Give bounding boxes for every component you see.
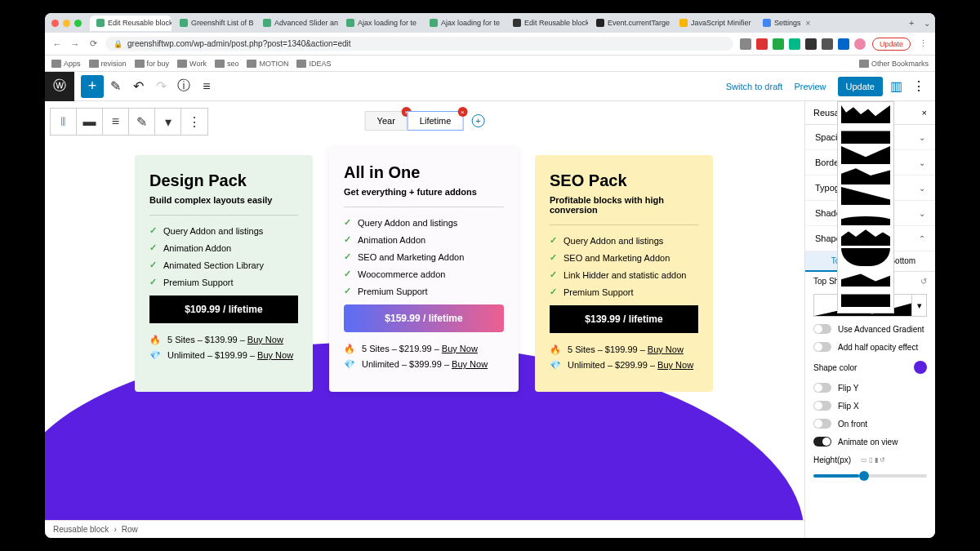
wordpress-logo-icon[interactable]: ⓦ — [45, 72, 74, 101]
responsive-icons[interactable]: ▭ ▯ ▮ ↺ — [861, 456, 885, 464]
info-icon[interactable]: ⓘ — [172, 75, 195, 98]
back-icon[interactable]: ← — [51, 38, 63, 50]
price-button[interactable]: $159.99 / lifetime — [344, 304, 504, 332]
switch-draft-link[interactable]: Switch to draft — [726, 82, 783, 91]
chevron-down-icon[interactable]: ▾ — [911, 295, 926, 316]
shape-option[interactable] — [841, 105, 890, 123]
settings-icon[interactable]: ▥ — [886, 77, 906, 96]
toggle-on-front[interactable] — [813, 419, 831, 429]
ext-icon-2[interactable] — [773, 38, 784, 50]
justify-icon[interactable]: ≡ — [103, 109, 129, 135]
ext-icon-3[interactable] — [789, 38, 800, 50]
tab-year[interactable]: Year× — [365, 111, 408, 131]
other-bookmarks[interactable]: Other Bookmarks — [859, 60, 929, 68]
ext-icon-4[interactable] — [805, 38, 817, 50]
shape-option[interactable] — [841, 289, 890, 307]
browser-menu-icon[interactable]: ⋮ — [917, 38, 929, 50]
shape-option[interactable] — [841, 228, 890, 246]
toggle-advanced-gradient[interactable] — [813, 324, 831, 334]
tabs-menu-icon[interactable]: ⌄ — [919, 19, 935, 28]
browser-tab[interactable]: JavaScript Minifier× — [673, 16, 755, 31]
outline-icon[interactable]: ≡ — [195, 75, 218, 98]
edit-icon[interactable]: ✎ — [104, 75, 127, 98]
bookmark-item[interactable]: Work — [177, 60, 207, 68]
shape-option[interactable] — [841, 207, 890, 225]
shape-option[interactable] — [841, 167, 890, 184]
update-button[interactable]: Update — [838, 77, 883, 96]
buy-link[interactable]: Buy Now — [257, 350, 293, 360]
browser-tab[interactable]: Edit Reusable block× — [90, 16, 172, 31]
bookmark-item[interactable]: for buy — [135, 60, 170, 68]
shape-option[interactable] — [841, 187, 890, 205]
browser-tab[interactable]: Advanced Slider an× — [256, 16, 338, 31]
gem-icon: 💎 — [344, 359, 355, 370]
pencil-icon[interactable]: ✎ — [129, 109, 155, 135]
fire-icon: 🔥 — [344, 344, 355, 354]
buy-link[interactable]: Buy Now — [648, 344, 684, 354]
browser-tab[interactable]: Edit Reusable block× — [506, 16, 588, 31]
offer-row: 💎Unlimited – $199.99 – Buy Now — [149, 350, 298, 361]
feature-item: ✓Animation Addon — [149, 242, 298, 253]
dropdown-icon[interactable]: ▾ — [155, 109, 181, 135]
bookmark-item[interactable]: seo — [215, 60, 239, 68]
close-icon[interactable]: × — [922, 108, 927, 118]
align-icon[interactable]: ▬ — [77, 109, 103, 135]
card-subtitle: Build complex layouts easily — [149, 195, 298, 205]
ext-icon-5[interactable] — [838, 38, 849, 50]
bookmark-item[interactable]: Apps — [51, 60, 81, 68]
editor-canvas[interactable]: ⦀ ▬ ≡ ✎ ▾ ⋮ Year× Lifetime× + Design Pac… — [45, 101, 804, 538]
price-button[interactable]: $109.99 / lifetime — [149, 295, 298, 323]
redo-icon[interactable]: ↷ — [149, 75, 172, 98]
browser-tab[interactable]: Ajax loading for te× — [423, 16, 505, 31]
shape-option[interactable] — [841, 146, 890, 164]
check-icon: ✓ — [344, 269, 351, 279]
buy-link[interactable]: Buy Now — [657, 360, 693, 370]
bookmark-item[interactable]: IDEAS — [296, 60, 331, 68]
shape-option[interactable] — [841, 269, 890, 287]
tab-lifetime[interactable]: Lifetime× — [408, 111, 464, 131]
toggle-half-opacity[interactable] — [813, 342, 831, 352]
add-tab-button[interactable]: + — [471, 114, 484, 127]
browser-tab[interactable]: Event.currentTarge× — [590, 16, 671, 31]
new-tab-button[interactable]: + — [904, 19, 919, 28]
bookmark-item[interactable]: revision — [89, 60, 127, 68]
reset-icon[interactable]: ↺ — [920, 277, 927, 286]
height-slider[interactable] — [813, 474, 927, 478]
browser-tab[interactable]: Ajax loading for te× — [340, 16, 421, 31]
star-icon[interactable] — [740, 38, 751, 50]
row-block-icon[interactable]: ⦀ — [51, 109, 77, 135]
toggle-animate[interactable] — [813, 437, 831, 447]
window-controls[interactable] — [51, 20, 82, 27]
more-icon[interactable]: ⋮ — [181, 109, 207, 135]
reload-icon[interactable]: ⟳ — [87, 38, 99, 50]
pricing-card-all[interactable]: All in One Get everything + future addon… — [329, 147, 519, 392]
toggle-flip-x[interactable] — [813, 401, 831, 411]
url-input[interactable]: 🔒 greenshiftwp.com/wp-admin/post.php?pos… — [105, 37, 733, 51]
close-icon[interactable]: × — [457, 107, 467, 117]
buy-link[interactable]: Buy Now — [452, 359, 488, 369]
options-icon[interactable]: ⋮ — [909, 77, 929, 96]
browser-update-button[interactable]: Update — [872, 38, 911, 51]
shape-option[interactable] — [841, 126, 890, 144]
price-button[interactable]: $139.99 / lifetime — [550, 305, 698, 333]
add-block-button[interactable]: + — [81, 75, 104, 98]
browser-tab[interactable]: Settings× — [756, 16, 817, 31]
buy-link[interactable]: Buy Now — [442, 344, 478, 353]
crumb-item[interactable]: Row — [122, 525, 138, 534]
pricing-card-seo[interactable]: SEO Pack Profitable blocks with high con… — [535, 155, 713, 392]
buy-link[interactable]: Buy Now — [247, 335, 283, 344]
crumb-item[interactable]: Reusable block — [53, 525, 109, 534]
color-swatch[interactable] — [914, 361, 927, 374]
undo-icon[interactable]: ↶ — [127, 75, 149, 98]
url-bar-row: ← → ⟳ 🔒 greenshiftwp.com/wp-admin/post.p… — [45, 33, 935, 56]
bookmark-item[interactable]: MOTION — [247, 60, 288, 68]
pricing-card-design[interactable]: Design Pack Build complex layouts easily… — [135, 155, 313, 392]
ext-icon-1[interactable] — [756, 38, 768, 50]
forward-icon[interactable]: → — [69, 38, 81, 50]
browser-tab[interactable]: Greenshift List of B× — [173, 16, 255, 31]
preview-link[interactable]: Preview — [794, 82, 826, 91]
shape-option[interactable] — [841, 248, 890, 266]
puzzle-icon[interactable] — [822, 38, 833, 50]
profile-avatar[interactable] — [854, 38, 866, 50]
toggle-flip-y[interactable] — [813, 383, 831, 393]
